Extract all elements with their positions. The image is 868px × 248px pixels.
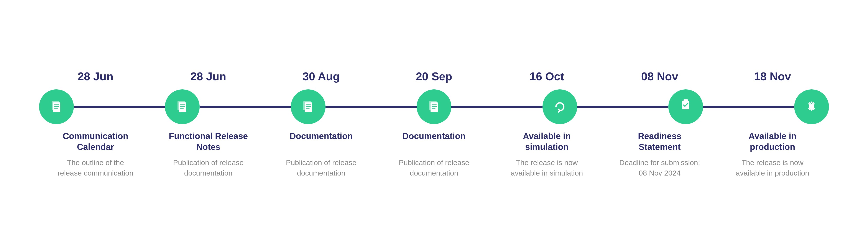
date-item: 08 Nov xyxy=(603,70,716,83)
line-2-3 xyxy=(199,106,291,108)
label-item-7: Available in production xyxy=(716,131,829,152)
label-text-2: Functional Release Notes xyxy=(167,131,250,152)
date-label-7: 18 Nov xyxy=(754,70,791,83)
date-label-4: 20 Sep xyxy=(416,70,452,83)
desc-item-6: Deadline for submission: 08 Nov 2024 xyxy=(603,157,716,178)
refresh-icon xyxy=(551,98,568,116)
document-icon-1 xyxy=(48,98,65,116)
date-label-5: 16 Oct xyxy=(530,70,564,83)
node-3-circle xyxy=(291,89,326,124)
label-item-3: Documentation xyxy=(265,131,378,152)
line-4-5 xyxy=(452,106,542,108)
label-text-4: Documentation xyxy=(402,131,465,152)
date-item: 18 Nov xyxy=(716,70,829,83)
desc-item-3: Publication of release documentation xyxy=(265,157,378,178)
date-label-1: 28 Jun xyxy=(78,70,114,83)
line-3-4 xyxy=(326,106,416,108)
checklist-icon xyxy=(677,98,694,116)
date-item: 20 Sep xyxy=(378,70,490,83)
label-item-4: Documentation xyxy=(378,131,490,152)
timeline-container: 28 Jun 28 Jun 30 Aug 20 Sep 16 Oct 08 No… xyxy=(39,70,829,178)
desc-row: The outline of the release communication… xyxy=(39,152,829,178)
date-label-3: 30 Aug xyxy=(303,70,340,83)
svg-rect-1 xyxy=(53,102,60,112)
desc-text-2: Publication of release documentation xyxy=(167,157,250,178)
date-item: 28 Jun xyxy=(152,70,265,83)
svg-rect-16 xyxy=(431,102,438,112)
label-text-7: Available in production xyxy=(731,131,814,152)
date-item: 28 Jun xyxy=(39,70,152,83)
label-text-5: Available in simulation xyxy=(506,131,588,152)
node-6-circle xyxy=(669,89,703,124)
desc-text-7: The release is now available in producti… xyxy=(731,157,814,178)
document-icon-4 xyxy=(425,98,443,116)
gear-icon xyxy=(803,98,820,116)
icons-row xyxy=(39,89,829,124)
node-7-circle xyxy=(794,89,829,124)
svg-rect-11 xyxy=(305,102,312,112)
timeline-wrapper: 28 Jun 28 Jun 30 Aug 20 Sep 16 Oct 08 No… xyxy=(22,57,846,191)
document-icon-2 xyxy=(174,98,191,116)
desc-item-1: The outline of the release communication xyxy=(39,157,152,178)
line-5-6 xyxy=(577,106,669,108)
node-2-circle xyxy=(165,89,199,124)
desc-text-5: The release is now available in simulati… xyxy=(506,157,588,178)
desc-text-3: Publication of release documentation xyxy=(280,157,362,178)
date-label-6: 08 Nov xyxy=(641,70,678,83)
label-text-3: Documentation xyxy=(289,131,352,152)
desc-text-4: Publication of release documentation xyxy=(393,157,475,178)
dates-row: 28 Jun 28 Jun 30 Aug 20 Sep 16 Oct 08 No… xyxy=(39,70,829,89)
date-item: 30 Aug xyxy=(265,70,378,83)
label-item-5: Available in simulation xyxy=(490,131,603,152)
label-text-6: Readiness Statement xyxy=(618,131,701,152)
desc-item-7: The release is now available in producti… xyxy=(716,157,829,178)
node-4-circle xyxy=(416,89,452,124)
document-icon-3 xyxy=(300,98,317,116)
line-6-7 xyxy=(703,106,794,108)
desc-text-6: Deadline for submission: 08 Nov 2024 xyxy=(618,157,701,178)
desc-text-1: The outline of the release communication xyxy=(54,157,137,178)
label-item-2: Functional Release Notes xyxy=(152,131,265,152)
node-5-circle xyxy=(542,89,577,124)
desc-item-4: Publication of release documentation xyxy=(378,157,490,178)
labels-row: Communication Calendar Functional Releas… xyxy=(39,124,829,152)
date-item: 16 Oct xyxy=(490,70,603,83)
node-1-circle xyxy=(39,89,74,124)
desc-item-2: Publication of release documentation xyxy=(152,157,265,178)
date-label-2: 28 Jun xyxy=(190,70,226,83)
svg-rect-6 xyxy=(179,102,186,112)
label-item-6: Readiness Statement xyxy=(603,131,716,152)
desc-item-5: The release is now available in simulati… xyxy=(490,157,603,178)
line-1-2 xyxy=(74,106,165,108)
label-text-1: Communication Calendar xyxy=(54,131,137,152)
label-item-1: Communication Calendar xyxy=(39,131,152,152)
